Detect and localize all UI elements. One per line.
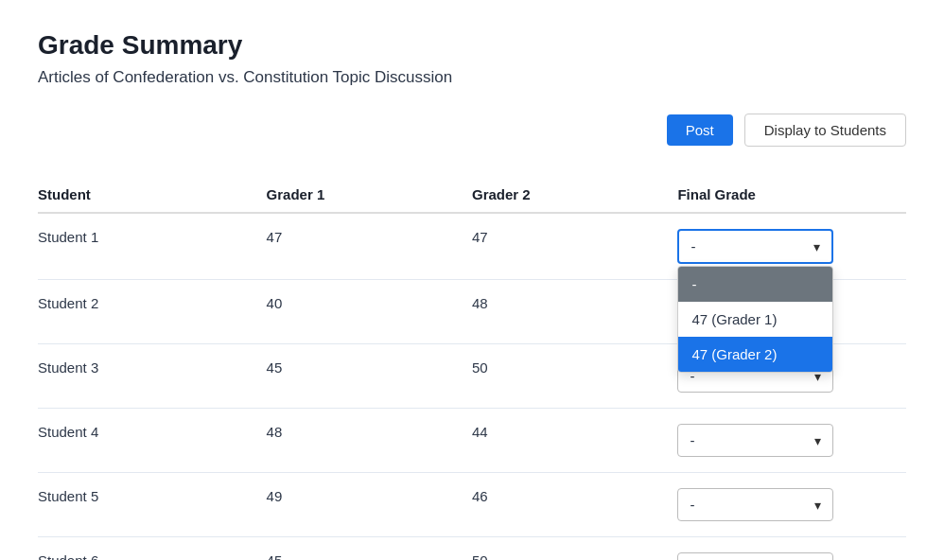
final-grade-select[interactable]: -▾ — [677, 552, 833, 560]
col-header-student: Student — [38, 177, 267, 213]
grader2-score: 50 — [472, 344, 677, 409]
grader1-score: 40 — [267, 280, 472, 344]
col-header-grader1: Grader 1 — [267, 177, 472, 213]
grader1-score: 45 — [267, 344, 472, 409]
toolbar: Post Display to Students — [38, 114, 906, 147]
post-button[interactable]: Post — [667, 114, 733, 146]
student-name: Student 2 — [38, 280, 267, 344]
grader2-score: 47 — [472, 213, 677, 280]
grader1-score: 48 — [267, 409, 472, 473]
final-grade-select[interactable]: -▾ — [677, 229, 833, 264]
final-grade-dropdown[interactable]: -▾ — [677, 552, 833, 560]
table-row: Student 44844-▾ — [38, 409, 906, 473]
final-grade-select[interactable]: -▾ — [677, 424, 833, 457]
dropdown-option[interactable]: 47 (Grader 1) — [678, 302, 832, 337]
table-header-row: Student Grader 1 Grader 2 Final Grade — [38, 177, 906, 213]
final-grade-cell: -▾ — [677, 473, 906, 537]
final-grade-dropdown[interactable]: -▾ — [677, 488, 833, 521]
student-name: Student 3 — [38, 344, 267, 409]
display-to-students-button[interactable]: Display to Students — [744, 114, 906, 147]
table-row: Student 64550-▾ — [38, 537, 906, 561]
student-name: Student 6 — [38, 537, 267, 561]
final-grade-dropdown[interactable]: -▾ — [677, 424, 833, 457]
grade-summary-table: Student Grader 1 Grader 2 Final Grade St… — [38, 177, 906, 560]
table-row: Student 14747-▾-47 (Grader 1)47 (Grader … — [38, 213, 906, 280]
grader2-score: 48 — [472, 280, 677, 344]
dropdown-option[interactable]: 47 (Grader 2) — [678, 337, 832, 372]
table-row: Student 54946-▾ — [38, 473, 906, 537]
page-title: Grade Summary — [38, 30, 906, 61]
student-name: Student 1 — [38, 213, 267, 280]
final-grade-select[interactable]: -▾ — [677, 488, 833, 521]
student-name: Student 5 — [38, 473, 267, 537]
final-grade-cell: -▾ — [677, 537, 906, 561]
page-subtitle: Articles of Confederation vs. Constituti… — [38, 68, 906, 87]
grader2-score: 44 — [472, 409, 677, 473]
col-header-final-grade: Final Grade — [677, 177, 906, 213]
grader2-score: 46 — [472, 473, 677, 537]
student-name: Student 4 — [38, 409, 267, 473]
grader1-score: 45 — [267, 537, 472, 561]
final-grade-dropdown-menu: -47 (Grader 1)47 (Grader 2) — [677, 266, 833, 373]
dropdown-option[interactable]: - — [678, 267, 832, 302]
final-grade-cell: -▾-47 (Grader 1)47 (Grader 2) — [677, 213, 906, 280]
final-grade-cell: -▾ — [677, 409, 906, 473]
col-header-grader2: Grader 2 — [472, 177, 677, 213]
final-grade-dropdown-open[interactable]: -▾-47 (Grader 1)47 (Grader 2) — [677, 229, 833, 264]
grader1-score: 49 — [267, 473, 472, 537]
grader2-score: 50 — [472, 537, 677, 561]
grader1-score: 47 — [267, 213, 472, 280]
